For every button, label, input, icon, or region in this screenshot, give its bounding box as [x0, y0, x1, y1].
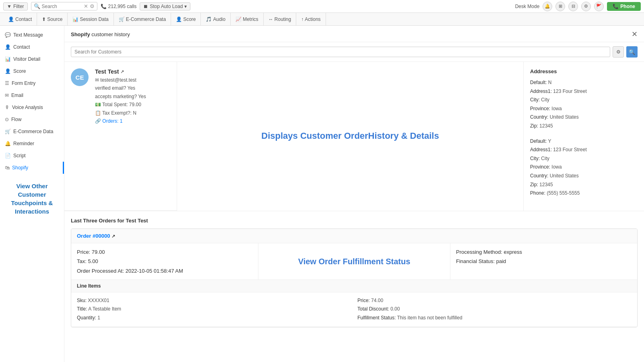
sidebar: 💬 Text Message 👤 Contact 📊 Visitor Detai…	[0, 26, 64, 362]
layout-icon[interactable]: ⊞	[555, 2, 565, 11]
processing-method-row: Processing Method: express	[456, 247, 632, 257]
sidebar-item-contact[interactable]: 👤 Contact	[0, 41, 64, 53]
avatar-initials: CE	[76, 74, 84, 81]
search-box: 🔍 ✕ ⚙	[31, 2, 97, 10]
sidebar-item-score[interactable]: 👤 Score	[0, 65, 64, 77]
search-input[interactable]	[42, 4, 82, 9]
addresses-section: Addresses Default: N Address1: 123 Four …	[523, 62, 644, 211]
audio-icon: 🎵	[206, 16, 212, 22]
shopify-title: Shopify customer history	[71, 31, 130, 37]
sidebar-item-form-entry[interactable]: ☰ Form Entry	[0, 77, 64, 89]
customer-details: Test Test ↗ ✉ testest@test.test verified…	[95, 68, 170, 204]
line-item-left: Sku: XXXXX01 Title: A Testable Item Quan…	[77, 296, 351, 323]
main-layout: 💬 Text Message 👤 Contact 📊 Visitor Detai…	[0, 26, 644, 362]
sidebar-item-script[interactable]: 📄 Script	[0, 150, 64, 162]
settings-icon[interactable]: ⚙	[581, 2, 591, 11]
calls-info: 📞 212,995 calls	[101, 4, 137, 9]
tab-session-data[interactable]: 📊 Session Data	[68, 13, 114, 26]
sidebar-item-label: Score	[13, 68, 26, 74]
orders-icon: 🔗	[95, 118, 101, 124]
shopify-header: Shopify customer history ✕	[64, 26, 644, 42]
sidebar-item-flow[interactable]: ⊙ Flow	[0, 113, 64, 125]
sidebar-item-label: Voice Analysis	[12, 105, 43, 110]
customer-tax-row: 📋 Tax Exempt?: N	[95, 109, 170, 117]
order-tax-row: Tax: 5.00	[77, 257, 252, 266]
search-clear-icon[interactable]: ✕	[84, 3, 88, 9]
filter-button[interactable]: ▼ Filter	[3, 2, 28, 10]
sidebar-item-text-message[interactable]: 💬 Text Message	[0, 29, 64, 41]
tab-score[interactable]: 👤 Score	[171, 13, 201, 26]
form-icon: ☰	[5, 80, 9, 86]
order-fulfillment-display: View Order Fulfillment Status	[258, 243, 450, 280]
order-number-link[interactable]: Order #00000	[77, 233, 110, 239]
customer-spent-row: 💵 Total Spent: 79.00	[95, 101, 170, 109]
person-icon: 👤	[5, 44, 11, 50]
routing-icon: ↔	[268, 16, 273, 22]
search-settings-icon[interactable]: ⚙	[90, 3, 95, 9]
customer-orders-row: 🔗 Orders: 1	[95, 117, 170, 125]
customer-avatar: CE	[71, 68, 89, 86]
chat-icon: 💬	[5, 32, 11, 38]
order-processed-row: Order Processed At: 2022-10-05 01:58:47 …	[77, 266, 252, 276]
sidebar-item-ecommerce-data[interactable]: 🛒 E-Commerce Data	[0, 125, 64, 138]
stop-auto-load-button[interactable]: ⏹ Stop Auto Load ▾	[140, 2, 190, 10]
search-go-button[interactable]: 🔍	[626, 46, 638, 58]
sidebar-item-label: E-Commerce Data	[13, 129, 53, 134]
tab-ecommerce-data[interactable]: 🛒 E-Commerce Data	[114, 13, 171, 26]
bell-icon[interactable]: 🔔	[543, 2, 552, 11]
sidebar-item-reminder[interactable]: 🔔 Reminder	[0, 138, 64, 150]
order-price-row: Price: 79.00	[77, 247, 252, 257]
close-button[interactable]: ✕	[632, 30, 638, 39]
search-customers-bar: ⚙ 🔍	[64, 42, 644, 62]
tab-metrics[interactable]: 📈 Metrics	[231, 13, 264, 26]
phone-button[interactable]: 📞 Phone	[607, 2, 641, 11]
orders-link[interactable]: Orders: 1	[102, 118, 122, 124]
sidebar-item-email[interactable]: ✉ Email	[0, 89, 64, 101]
tab-contact[interactable]: 👤 Contact	[3, 13, 37, 26]
search-icon: 🔍	[34, 3, 40, 9]
sidebar-promo: View Other Customer Touchpoints & Intera…	[5, 182, 59, 216]
tab-actions[interactable]: ↑ Actions	[296, 13, 326, 26]
tab-routing[interactable]: ↔ Routing	[264, 13, 296, 26]
ecommerce-icon: 🛒	[5, 129, 11, 134]
tab-audio[interactable]: 🎵 Audio	[201, 13, 231, 26]
desk-mode-button[interactable]: Desk Mode	[515, 4, 540, 9]
order-external-link-icon[interactable]: ↗	[111, 234, 115, 239]
item-price-row: Price: 74.00	[357, 296, 632, 305]
sidebar-item-label: Script	[13, 153, 26, 158]
tab-source[interactable]: ⬆ Source	[37, 13, 68, 26]
customer-name: Test Test ↗	[95, 68, 170, 75]
customer-meta: ✉ testest@test.test verified email? Yes …	[95, 76, 170, 125]
sidebar-item-label: Contact	[13, 44, 30, 50]
tax-icon: 📋	[95, 110, 101, 116]
script-icon: 📄	[5, 153, 11, 158]
bell-icon: 🔔	[5, 141, 11, 146]
shopify-subtitle: customer history	[91, 31, 130, 37]
phone-label: Phone	[620, 4, 635, 9]
nav-tabs: 👤 Contact ⬆ Source 📊 Session Data 🛒 E-Co…	[0, 13, 644, 26]
customer-verified-row: verified email? Yes	[95, 84, 170, 92]
microphone-icon: 🎙	[5, 105, 10, 110]
external-link-icon[interactable]: ↗	[120, 69, 124, 74]
line-items-title: Line Items	[71, 280, 637, 292]
session-icon: 📊	[72, 16, 78, 22]
sidebar-item-label: Text Message	[13, 32, 43, 38]
customer-marketing-row: accepts marketing? Yes	[95, 93, 170, 101]
top-right-actions: Desk Mode 🔔 ⊞ ⊟ ⚙ 🚩 📞 Phone	[515, 2, 641, 11]
grid-icon[interactable]: ⊟	[568, 2, 578, 11]
sidebar-item-shopify[interactable]: 🛍 Shopify	[0, 162, 64, 174]
sidebar-item-label: Shopify	[12, 165, 28, 171]
sidebar-item-voice-analysis[interactable]: 🎙 Voice Analysis	[0, 101, 64, 113]
order-header: Order #00000 ↗	[71, 229, 637, 243]
title-row: Title: A Testable Item	[77, 305, 351, 314]
flag-icon[interactable]: 🚩	[594, 2, 604, 11]
orders-section-title: Last Three Orders for Test Test	[71, 218, 638, 224]
search-customers-input[interactable]	[71, 47, 610, 57]
search-settings-button[interactable]: ⚙	[613, 46, 624, 58]
sidebar-item-label: Email	[11, 93, 23, 98]
actions-icon: ↑	[301, 16, 303, 22]
sidebar-item-visitor-detail[interactable]: 📊 Visitor Detail	[0, 53, 64, 65]
order-meta-right: Processing Method: express Financial Sta…	[450, 243, 637, 280]
fulfillment-status-row: Fulfillment Status: This item has not be…	[357, 314, 632, 323]
email-icon: ✉	[5, 93, 9, 98]
